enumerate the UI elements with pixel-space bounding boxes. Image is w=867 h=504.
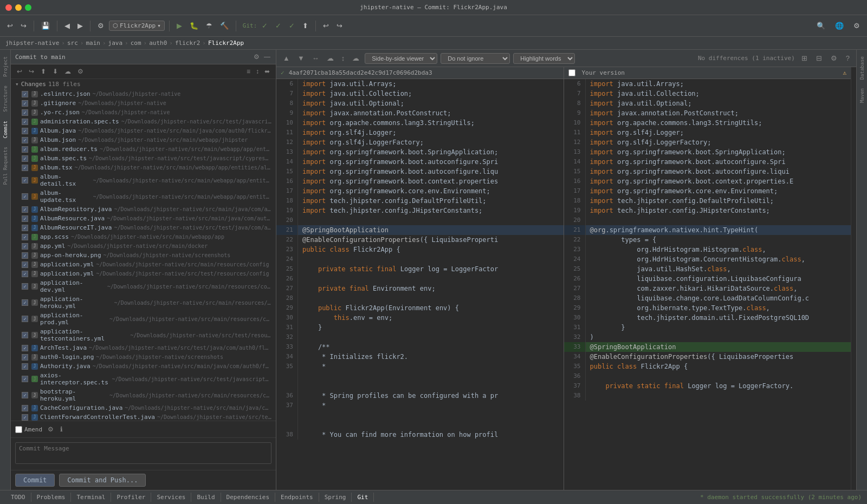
file-item[interactable]: ✓ J AlbumRepository.java ~/Downloads/jhi… [11, 205, 276, 214]
right-tab-maven[interactable]: Maven [858, 84, 866, 107]
toolbar-save[interactable]: 💾 [38, 20, 53, 31]
search-btn[interactable]: 🔍 [814, 20, 828, 31]
amend-checkbox[interactable] [15, 426, 22, 433]
file-checkbox[interactable]: ✓ [22, 206, 28, 213]
collapse-btn[interactable]: — [263, 52, 271, 62]
breadcrumb-item-src[interactable]: src [67, 40, 78, 47]
file-checkbox[interactable]: ✓ [22, 155, 28, 162]
file-checkbox[interactable]: ✓ [22, 252, 28, 259]
refresh-btn[interactable]: ⚙ [253, 52, 261, 62]
file-item[interactable]: ✓ J AlbumResource.java ~/Downloads/jhips… [11, 214, 276, 223]
right-scrollbar[interactable] [851, 67, 856, 490]
sidebar-tab-structure[interactable]: Structure [2, 81, 9, 116]
status-tab-problems[interactable]: Problems [31, 493, 72, 502]
file-checkbox[interactable]: ✓ [22, 271, 28, 277]
status-tab-git[interactable]: Git [352, 493, 374, 502]
toolbar-run[interactable]: ▶ [174, 20, 185, 31]
file-checkbox[interactable]: ✓ [22, 177, 28, 184]
file-item[interactable]: ✓ J album.spec.ts ~/Downloads/jhipster-n… [11, 154, 276, 163]
breadcrumb-item-file[interactable]: Flickr2App [208, 40, 244, 47]
file-checkbox[interactable]: ✓ [22, 316, 28, 322]
file-item[interactable]: ✓ J app.yml ~/Downloads/jhipster-native/… [11, 241, 276, 251]
diff-highlight-selector[interactable]: Highlight words Highlight lines [513, 53, 575, 64]
diff-collapse-btn[interactable]: ⊟ [814, 53, 824, 63]
commit-button[interactable]: Commit [15, 474, 55, 487]
file-checkbox[interactable]: ✓ [22, 165, 28, 171]
file-item[interactable]: ✓ J axios-interceptor.spec.ts ~/Download… [11, 371, 276, 387]
diff-nav-6[interactable]: ☁ [350, 53, 361, 63]
file-item[interactable]: ✓ J ArchTest.java ~/Downloads/jhipster-n… [11, 343, 276, 352]
file-checkbox[interactable]: ✓ [22, 91, 28, 97]
toolbar-coverage[interactable]: ☂ [203, 20, 215, 31]
breadcrumb-item-com[interactable]: com [131, 40, 141, 47]
ct-stage[interactable]: ⬆ [39, 67, 48, 76]
file-item[interactable]: ✓ J .eslintrc.json ~/Downloads/jhipster-… [11, 89, 276, 99]
status-tab-dependencies[interactable]: Dependencies [221, 493, 275, 502]
file-checkbox[interactable]: ✓ [22, 283, 28, 290]
diff-nav-5[interactable]: ↕ [339, 53, 347, 63]
file-checkbox[interactable]: ✓ [22, 137, 28, 143]
toolbar-back[interactable]: ◀ [62, 20, 73, 31]
maximize-button[interactable] [25, 4, 31, 11]
file-item[interactable]: ✓ J AlbumResourceIT.java ~/Downloads/jhi… [11, 223, 276, 232]
toolbar-run-config[interactable]: ⚙ [95, 20, 107, 31]
file-item[interactable]: ✓ J application-prod.yml ~/Downloads/jhi… [11, 311, 276, 327]
file-checkbox[interactable]: ✓ [22, 345, 28, 351]
diff-gear-icon[interactable]: ⚙ [829, 53, 839, 63]
status-tab-services[interactable]: Services [151, 493, 191, 502]
file-checkbox[interactable]: ✓ [22, 332, 28, 338]
file-checkbox[interactable]: ✓ [22, 261, 28, 268]
file-item[interactable]: ✓ J Album.json ~/Downloads/jhipster-nati… [11, 135, 276, 145]
diff-nav-4[interactable]: ☁ [325, 53, 336, 63]
file-item[interactable]: ✓ J .yo-rc.json ~/Downloads/jhipster-nat… [11, 108, 276, 117]
file-checkbox[interactable]: ✓ [22, 128, 28, 134]
commit-message-input[interactable] [15, 442, 271, 464]
commit-push-button[interactable]: Commit and Push... [59, 474, 146, 487]
sidebar-tab-pullrequests[interactable]: Pull Requests [2, 142, 9, 189]
minimize-button[interactable] [15, 4, 22, 11]
amend-settings[interactable]: ⚙ [47, 424, 55, 434]
sidebar-tab-project[interactable]: Project [2, 52, 9, 81]
ct-expand[interactable]: ≡ [245, 67, 252, 76]
ct-update[interactable]: ↩ [15, 67, 24, 76]
file-item[interactable]: ✓ J .gitignore ~/Downloads/jhipster-nati… [11, 99, 276, 108]
diff-mode-selector[interactable]: Side-by-side viewer Unified viewer [365, 53, 437, 64]
settings-btn[interactable]: ⚙ [851, 20, 863, 31]
toolbar-redo[interactable]: ↪ [18, 20, 29, 31]
diff-nav-prev[interactable]: ▲ [281, 53, 292, 63]
file-item[interactable]: ✓ J administration.spec.ts ~/Downloads/j… [11, 117, 276, 126]
file-item[interactable]: ✓ J bootstrap-heroku.yml ~/Downloads/jhi… [11, 387, 276, 403]
diff-left-pane[interactable]: ✓ 4aaf2071cba18a55dacd2e42c9d17c0696d2bd… [276, 67, 564, 490]
file-checkbox[interactable]: ✓ [22, 392, 28, 398]
file-item[interactable]: ✓ J ClientForwardControllerTest.java ~/D… [11, 413, 276, 421]
file-item[interactable]: ✓ J application-dev.yml ~/Downloads/jhip… [11, 278, 276, 294]
breadcrumb-item-main[interactable]: main [86, 40, 100, 47]
toolbar-debug[interactable]: 🐛 [187, 20, 201, 31]
close-button[interactable] [5, 4, 12, 11]
ct-settings[interactable]: ⚙ [76, 67, 85, 76]
toolbar-undo[interactable]: ↩ [4, 20, 16, 31]
file-item[interactable]: ✓ J album-update.tsx ~/Downloads/jhipste… [11, 188, 276, 205]
sidebar-tab-git[interactable]: Commit [2, 116, 9, 143]
file-checkbox[interactable]: ✓ [22, 225, 28, 231]
breadcrumb-item-auth0[interactable]: auth0 [149, 40, 167, 47]
notification-btn[interactable]: 🌐 [832, 20, 846, 31]
toolbar-undo2[interactable]: ↩ [320, 20, 332, 31]
amend-info[interactable]: ℹ [59, 424, 64, 434]
status-tab-todo[interactable]: TODO [5, 493, 31, 502]
status-tab-build[interactable]: Build [191, 493, 221, 502]
toolbar-build[interactable]: 🔨 [217, 20, 231, 31]
file-checkbox[interactable]: ✓ [22, 299, 28, 306]
file-item[interactable]: ✓ J album.reducer.ts ~/Downloads/jhipste… [11, 145, 276, 154]
git-check1[interactable]: ✓ [259, 20, 270, 31]
ct-stash[interactable]: ☁ [63, 67, 73, 76]
file-item[interactable]: ✓ J app-on-heroku.png ~/Downloads/jhipst… [11, 251, 276, 260]
diff-nav-next[interactable]: ▼ [295, 53, 307, 63]
file-item[interactable]: ✓ J album-detail.tsx ~/Downloads/jhipste… [11, 172, 276, 188]
file-checkbox[interactable]: ✓ [22, 376, 28, 382]
file-checkbox[interactable]: ✓ [22, 234, 28, 240]
file-checkbox[interactable]: ✓ [22, 243, 28, 250]
diff-right-pane[interactable]: Your version ⚠ 6 import java.util.Arrays… [564, 67, 851, 490]
file-checkbox[interactable]: ✓ [22, 363, 28, 370]
file-checkbox[interactable]: ✓ [22, 109, 28, 116]
